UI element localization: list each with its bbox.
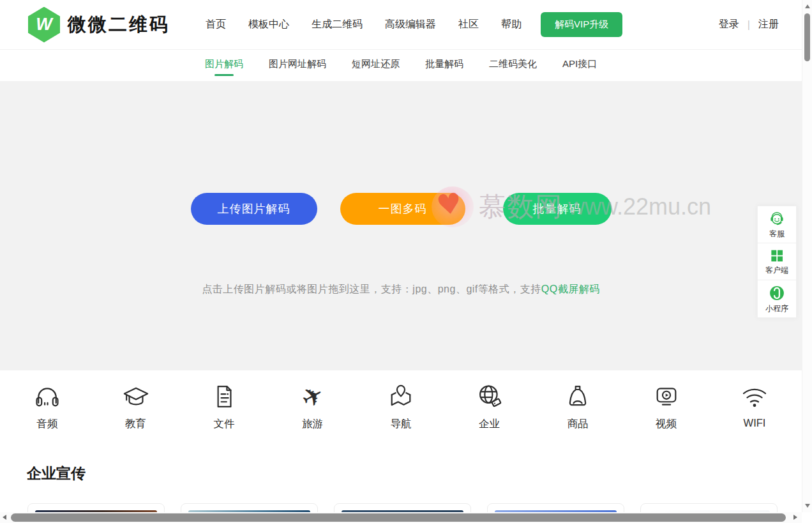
video-player-icon	[652, 382, 681, 411]
category-audio[interactable]: 音频	[17, 382, 78, 431]
brand-logo[interactable]: W 微微二维码	[28, 7, 170, 43]
category-navigation-label: 导航	[391, 417, 412, 431]
scroll-down-arrow-icon[interactable]	[805, 504, 810, 508]
graduation-cap-icon	[121, 382, 151, 411]
section-title-enterprise-promo: 企业宣传	[27, 464, 86, 483]
horizontal-scrollbar[interactable]	[0, 512, 802, 523]
active-tab-underline	[214, 74, 234, 76]
document-icon	[209, 382, 239, 411]
wifi-icon	[740, 382, 769, 411]
nav-item-advanced-editor[interactable]: 高级编辑器	[385, 18, 436, 31]
tab-image-url-decode[interactable]: 图片网址解码	[269, 56, 326, 76]
customer-service-button[interactable]: 客服	[758, 206, 796, 243]
category-travel-label: 旅游	[302, 417, 323, 431]
mini-program-label: 小程序	[765, 303, 788, 314]
scrollbar-corner	[802, 512, 812, 523]
register-link[interactable]: 注册	[758, 18, 779, 31]
tab-image-decode[interactable]: 图片解码	[205, 56, 243, 76]
category-product-label: 商品	[568, 417, 589, 431]
main-nav: 首页 模板中心 生成二维码 高级编辑器 社区 帮助	[206, 18, 522, 31]
auth-separator: |	[748, 19, 750, 31]
mini-program-button[interactable]: 小程序	[758, 280, 796, 317]
upload-hint-prefix: 点击上传图片解码或将图片拖到这里，支持：jpg、png、gif等格式，支持	[202, 284, 541, 294]
login-link[interactable]: 登录	[719, 18, 739, 31]
desktop-client-label: 客户端	[765, 265, 788, 276]
decode-subnav: 图片解码 图片网址解码 短网址还原 批量解码 二维码美化 API接口	[0, 50, 802, 81]
headset-icon	[768, 209, 786, 227]
globe-tag-icon	[475, 382, 504, 411]
top-navigation-bar: W 微微二维码 首页 模板中心 生成二维码 高级编辑器 社区 帮助 解码VIP升…	[0, 0, 802, 50]
floating-side-panel: 客服 客户端 小程序	[757, 206, 797, 318]
nav-item-generate-qr[interactable]: 生成二维码	[312, 18, 363, 31]
miniprogram-icon	[768, 284, 786, 302]
batch-decode-button[interactable]: 批量解码	[503, 193, 612, 225]
category-row: 音频 教育 文件 ✈ 旅游	[0, 382, 802, 431]
tab-batch-decode[interactable]: 批量解码	[425, 56, 463, 76]
auth-links: 登录 | 注册	[719, 18, 779, 31]
customer-service-label: 客服	[769, 229, 785, 239]
windows-icon	[769, 247, 785, 264]
desktop-client-button[interactable]: 客户端	[758, 243, 796, 280]
headphones-icon	[33, 382, 62, 411]
category-wifi-label: WIFI	[744, 417, 766, 429]
tab-image-decode-label: 图片解码	[205, 58, 243, 69]
category-enterprise[interactable]: 企业	[459, 382, 520, 431]
upload-image-decode-button[interactable]: 上传图片解码	[191, 193, 317, 225]
category-navigation[interactable]: 导航	[370, 382, 432, 431]
upload-hint-text: 点击上传图片解码或将图片拖到这里，支持：jpg、png、gif等格式，支持QQ截…	[0, 283, 802, 296]
tab-api[interactable]: API接口	[562, 56, 597, 76]
airplane-icon: ✈	[298, 382, 327, 411]
tab-short-url-restore[interactable]: 短网址还原	[352, 56, 400, 76]
scroll-right-arrow-icon[interactable]	[793, 515, 797, 520]
vertical-scrollbar[interactable]	[802, 0, 812, 513]
category-file[interactable]: 文件	[193, 382, 255, 431]
one-image-multi-code-button[interactable]: 一图多码	[340, 193, 465, 225]
category-enterprise-label: 企业	[479, 417, 500, 431]
category-education-label: 教育	[125, 417, 146, 431]
brand-title: 微微二维码	[68, 12, 170, 38]
horizontal-scrollbar-thumb[interactable]	[11, 513, 786, 522]
category-product[interactable]: 商品	[547, 382, 608, 431]
vertical-scrollbar-thumb[interactable]	[804, 13, 810, 61]
tab-qr-beautify[interactable]: 二维码美化	[489, 56, 537, 76]
qq-screenshot-decode-link[interactable]: QQ截屏解码	[541, 284, 600, 294]
product-bag-icon	[563, 382, 592, 411]
nav-item-community[interactable]: 社区	[458, 18, 479, 31]
category-education[interactable]: 教育	[105, 382, 167, 431]
category-audio-label: 音频	[37, 417, 58, 431]
category-video[interactable]: 视频	[636, 382, 697, 431]
scroll-up-arrow-icon[interactable]	[805, 4, 810, 8]
category-video-label: 视频	[656, 417, 677, 431]
nav-item-templates[interactable]: 模板中心	[248, 18, 289, 31]
logo-hexagon-icon: W	[28, 7, 60, 43]
category-file-label: 文件	[214, 417, 235, 431]
category-travel[interactable]: ✈ 旅游	[282, 382, 343, 431]
nav-item-help[interactable]: 帮助	[501, 18, 522, 31]
category-wifi[interactable]: WIFI	[724, 382, 785, 431]
decode-vip-upgrade-button[interactable]: 解码VIP升级	[541, 12, 622, 37]
hero-buttons-row: 上传图片解码 一图多码 批量解码	[0, 193, 802, 225]
map-pin-icon	[386, 382, 416, 411]
scroll-left-arrow-icon[interactable]	[3, 515, 6, 520]
nav-item-home[interactable]: 首页	[206, 18, 226, 31]
upload-dropzone[interactable]: 上传图片解码 一图多码 批量解码 点击上传图片解码或将图片拖到这里，支持：jpg…	[0, 81, 802, 370]
